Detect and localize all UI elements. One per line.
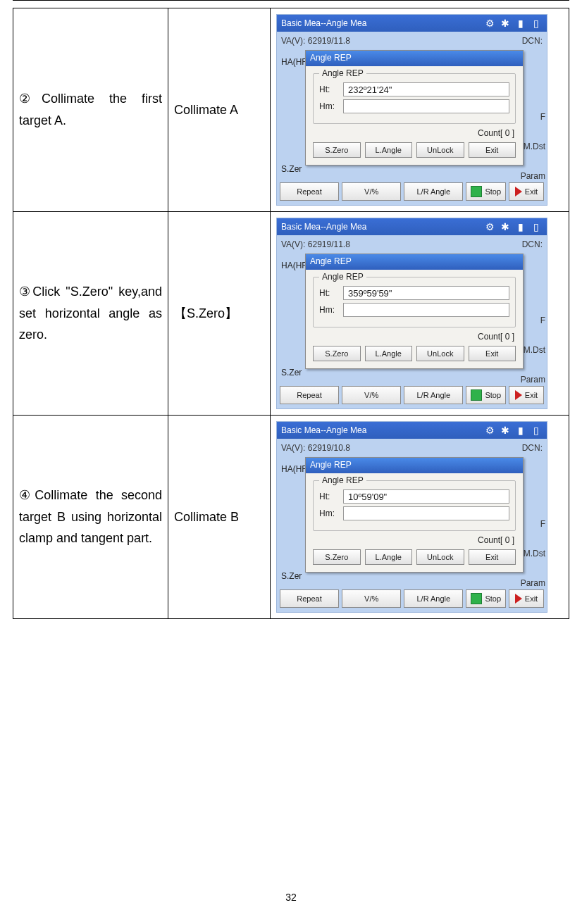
angle-rep-dialog: Angle REP Angle REP Ht: 232º21'24" Hm: C…: [305, 50, 524, 166]
ht-label: Ht:: [319, 85, 343, 94]
window-title: Basic Mea--Angle Mea: [281, 18, 366, 28]
window-titlebar: Basic Mea--Angle Mea ⚙ ✱ ▮ ▯: [277, 422, 547, 439]
bottom-button-label: V/%: [364, 391, 378, 399]
bottom-button[interactable]: Stop: [466, 386, 506, 404]
bottom-button-label: Exit: [525, 187, 538, 196]
side-label: M.Dst: [521, 345, 545, 355]
window-titlebar: Basic Mea--Angle Mea ⚙ ✱ ▮ ▯: [277, 15, 547, 32]
settings-icon[interactable]: ⚙: [483, 220, 496, 233]
dialog-button[interactable]: Exit: [469, 142, 516, 158]
settings-icon[interactable]: ⚙: [483, 424, 496, 437]
dialog-button[interactable]: UnLock: [416, 142, 464, 158]
settings-icon[interactable]: ⚙: [483, 17, 496, 30]
stop-icon: [471, 593, 482, 604]
angle-rep-group: Angle REP Ht: 359º59'59" Hm:: [313, 277, 516, 327]
hm-input[interactable]: [343, 506, 509, 520]
bottom-button-label: Exit: [525, 594, 538, 603]
bluetooth-icon[interactable]: ✱: [499, 424, 512, 437]
hm-input[interactable]: [343, 99, 509, 113]
side-label: M.Dst: [521, 549, 545, 558]
step-action: Collimate B: [168, 416, 271, 619]
angle-rep-dialog: Angle REP Angle REP Ht: 359º59'59" Hm: C…: [305, 254, 524, 369]
hm-label: Hm:: [319, 508, 343, 518]
bottom-button[interactable]: V/%: [342, 182, 401, 201]
ht-input[interactable]: 10º59'09": [343, 489, 509, 504]
side-label: Param: [521, 578, 545, 588]
bluetooth-icon[interactable]: ✱: [499, 220, 512, 233]
bottom-button[interactable]: Exit: [509, 182, 544, 201]
dialog-button[interactable]: Exit: [469, 549, 516, 565]
screenshot: Basic Mea--Angle Mea ⚙ ✱ ▮ ▯ VA(V): 6291…: [276, 14, 547, 206]
signal-icon[interactable]: ▮: [514, 17, 527, 30]
bottom-button[interactable]: Stop: [466, 182, 506, 201]
dialog-button[interactable]: L.Angle: [365, 549, 413, 565]
window-titlebar: Basic Mea--Angle Mea ⚙ ✱ ▮ ▯: [277, 218, 547, 235]
bottom-button[interactable]: V/%: [342, 589, 401, 608]
bottom-button[interactable]: V/%: [342, 386, 401, 404]
bottom-button[interactable]: L/R Angle: [404, 589, 463, 608]
bottom-button[interactable]: Exit: [509, 589, 544, 608]
screenshot: Basic Mea--Angle Mea ⚙ ✱ ▮ ▯ VA(V): 6291…: [276, 218, 547, 409]
bottom-button-label: L/R Angle: [416, 391, 450, 399]
dialog-button[interactable]: L.Angle: [365, 346, 413, 361]
signal-icon[interactable]: ▮: [514, 424, 527, 437]
side-label: Param: [521, 171, 545, 181]
step-screenshot-cell: Basic Mea--Angle Mea ⚙ ✱ ▮ ▯ VA(V): 6291…: [271, 212, 569, 416]
bottom-button-label: Repeat: [297, 594, 321, 603]
stop-icon: [471, 186, 482, 197]
ht-input[interactable]: 232º21'24": [343, 82, 509, 96]
step-action: 【S.Zero】: [168, 212, 271, 416]
bottom-button-label: Repeat: [297, 187, 321, 196]
battery-icon[interactable]: ▯: [530, 17, 543, 30]
window-title: Basic Mea--Angle Mea: [281, 425, 366, 435]
count-text: Count[ 0 ]: [314, 535, 514, 545]
dialog-button[interactable]: UnLock: [416, 549, 464, 565]
bottom-button[interactable]: Exit: [509, 386, 544, 404]
page-content: ②Collimate the first target A. Collimate…: [0, 0, 582, 619]
step-action: Collimate A: [168, 8, 271, 212]
ht-input[interactable]: 359º59'59": [343, 286, 509, 300]
dialog-button[interactable]: S.Zero: [313, 549, 361, 565]
title-icons: ⚙ ✱ ▮ ▯: [483, 424, 543, 437]
exit-icon: [515, 594, 522, 604]
hm-input[interactable]: [343, 303, 509, 317]
step-screenshot-cell: Basic Mea--Angle Mea ⚙ ✱ ▮ ▯ VA(V): 6291…: [271, 8, 569, 212]
bottom-button[interactable]: Stop: [466, 589, 506, 608]
dialog-button[interactable]: S.Zero: [313, 346, 361, 361]
group-label: Angle REP: [319, 475, 366, 485]
group-label: Angle REP: [319, 272, 366, 282]
window-title: Basic Mea--Angle Mea: [281, 222, 366, 232]
dialog-button[interactable]: S.Zero: [313, 142, 361, 158]
battery-icon[interactable]: ▯: [530, 424, 543, 437]
bottom-toolbar: RepeatV/%L/R AngleStopExit: [280, 589, 544, 608]
signal-icon[interactable]: ▮: [514, 220, 527, 233]
bluetooth-icon[interactable]: ✱: [499, 17, 512, 30]
battery-icon[interactable]: ▯: [530, 220, 543, 233]
readout-row: VA(V): 62919/11.8 DCN:: [281, 36, 543, 46]
readout-row: VA(V): 62919/11.8 DCN:: [281, 239, 543, 249]
dialog-title: Angle REP: [306, 458, 523, 473]
exit-icon: [515, 187, 522, 196]
step-description: ④Collimate the second target B using hor…: [13, 416, 168, 619]
hm-label: Hm:: [319, 305, 343, 315]
bottom-button[interactable]: Repeat: [280, 386, 339, 404]
dialog-button[interactable]: UnLock: [416, 346, 464, 361]
bottom-button[interactable]: Repeat: [280, 182, 339, 201]
angle-rep-group: Angle REP Ht: 232º21'24" Hm:: [313, 73, 516, 124]
ht-label: Ht:: [319, 492, 343, 501]
table-row: ②Collimate the first target A. Collimate…: [13, 8, 569, 212]
side-label: M.Dst: [521, 142, 545, 151]
group-label: Angle REP: [319, 68, 366, 78]
readout-row: VA(V): 62919/10.8 DCN:: [281, 443, 543, 453]
instruction-table: ②Collimate the first target A. Collimate…: [13, 8, 569, 619]
dialog-title: Angle REP: [306, 51, 523, 66]
step-description: ②Collimate the first target A.: [13, 8, 168, 212]
screenshot: Basic Mea--Angle Mea ⚙ ✱ ▮ ▯ VA(V): 6291…: [276, 421, 547, 613]
step-description: ③Click "S.Zero" key,and set horizontal a…: [13, 212, 168, 416]
dialog-button[interactable]: Exit: [469, 346, 516, 361]
bottom-button[interactable]: L/R Angle: [404, 386, 463, 404]
title-icons: ⚙ ✱ ▮ ▯: [483, 17, 543, 30]
bottom-button[interactable]: L/R Angle: [404, 182, 463, 201]
bottom-button[interactable]: Repeat: [280, 589, 339, 608]
dialog-button[interactable]: L.Angle: [365, 142, 413, 158]
